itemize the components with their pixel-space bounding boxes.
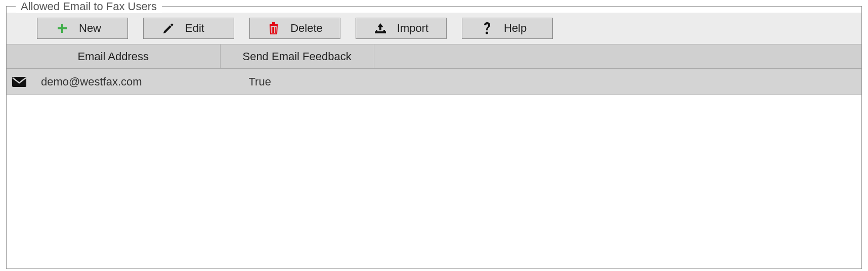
svg-point-9: [486, 32, 488, 34]
upload-icon: [374, 22, 387, 35]
new-button[interactable]: New: [37, 18, 128, 39]
question-icon: [481, 22, 494, 35]
svg-rect-1: [58, 27, 67, 29]
delete-button[interactable]: Delete: [249, 18, 340, 39]
svg-rect-7: [376, 30, 377, 32]
envelope-icon: [7, 76, 32, 87]
column-header-email[interactable]: Email Address: [7, 44, 221, 68]
delete-label: Delete: [290, 22, 323, 35]
cell-feedback: True: [221, 75, 374, 88]
import-button[interactable]: Import: [356, 18, 447, 39]
edit-button[interactable]: Edit: [143, 18, 234, 39]
trash-icon: [267, 22, 280, 35]
new-label: New: [79, 22, 109, 35]
import-label: Import: [397, 22, 428, 35]
table-header: Email Address Send Email Feedback: [7, 44, 861, 69]
svg-rect-8: [383, 30, 385, 32]
pencil-icon: [162, 22, 175, 35]
cell-email: demo@westfax.com: [32, 75, 221, 88]
column-header-empty: [374, 44, 861, 68]
allowed-email-panel: Allowed Email to Fax Users New Edit: [6, 6, 862, 269]
users-table: Email Address Send Email Feedback demo@w…: [7, 44, 861, 95]
panel-title: Allowed Email to Fax Users: [16, 0, 162, 13]
plus-icon: [56, 22, 69, 35]
svg-rect-3: [272, 22, 275, 24]
table-row[interactable]: demo@westfax.com True: [7, 69, 861, 95]
edit-label: Edit: [185, 22, 215, 35]
help-label: Help: [504, 22, 534, 35]
column-header-feedback[interactable]: Send Email Feedback: [221, 44, 374, 68]
help-button[interactable]: Help: [462, 18, 553, 39]
toolbar: New Edit Delet: [7, 13, 861, 44]
svg-rect-2: [270, 24, 278, 25]
